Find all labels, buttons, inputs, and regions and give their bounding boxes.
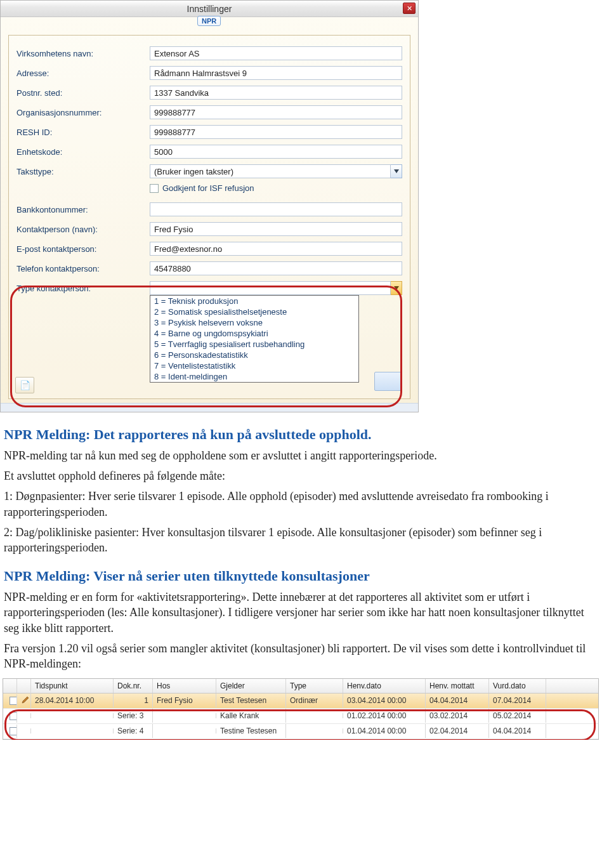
cell-type bbox=[286, 728, 343, 733]
input-orgnr[interactable] bbox=[150, 105, 402, 119]
close-button[interactable]: ✕ bbox=[403, 3, 416, 14]
heading-2: NPR Melding: Viser nå serier uten tilkny… bbox=[4, 567, 598, 586]
cell-tidspunkt bbox=[31, 713, 114, 718]
table-row[interactable]: 28.04.2014 10:00 1 Fred Fysio Test Teste… bbox=[3, 694, 598, 709]
row-checkbox[interactable] bbox=[10, 727, 17, 735]
cell-doknr: 1 bbox=[114, 694, 153, 707]
cell-gjelder: Testine Testesen bbox=[216, 724, 286, 738]
cell-henvdato: 01.02.2014 00:00 bbox=[343, 709, 426, 723]
document-text: NPR Melding: Det rapporteres nå kun på a… bbox=[0, 425, 603, 672]
th-henvdato[interactable]: Henv.dato bbox=[343, 679, 426, 693]
th-icon bbox=[17, 679, 31, 693]
cell-hos bbox=[153, 728, 216, 733]
dialog-title: Innstillinger bbox=[187, 4, 232, 14]
label-kontakttype: Type kontaktperson: bbox=[16, 284, 150, 293]
label-postnr: Postnr. sted: bbox=[16, 88, 150, 98]
combo-taksttype[interactable] bbox=[150, 164, 391, 178]
cell-hos bbox=[153, 713, 216, 718]
para-5: NPR-melding er en form for «aktivitetsra… bbox=[4, 589, 598, 636]
label-enhetskode: Enhetskode: bbox=[16, 147, 150, 157]
label-isf: Godkjent for ISF refusjon bbox=[162, 183, 254, 193]
combo-taksttype-button[interactable] bbox=[391, 164, 402, 178]
edit-icon[interactable] bbox=[21, 695, 30, 704]
th-henvmottatt[interactable]: Henv. mottatt bbox=[426, 679, 489, 693]
cell-henvmottatt: 02.04.2014 bbox=[426, 724, 489, 738]
heading-1: NPR Melding: Det rapporteres nå kun på a… bbox=[4, 425, 598, 444]
input-kontakttlf[interactable] bbox=[150, 261, 402, 275]
combo-kontakttype-button[interactable] bbox=[391, 281, 402, 295]
combo-kontakttype-list[interactable]: 1 = Teknisk produksjon 2 = Somatisk spes… bbox=[150, 295, 359, 383]
label-kontaktepost: E-post kontaktperson: bbox=[16, 244, 150, 254]
para-2: Et avsluttet opphold defineres på følgen… bbox=[4, 468, 598, 483]
cell-tidspunkt bbox=[31, 728, 114, 733]
chevron-down-icon bbox=[394, 169, 399, 173]
cell-vurddato: 07.04.2014 bbox=[489, 694, 546, 707]
cell-henvdato: 01.04.2014 00:00 bbox=[343, 724, 426, 738]
th-type[interactable]: Type bbox=[286, 679, 343, 693]
cell-hos: Fred Fysio bbox=[153, 694, 216, 707]
option-7[interactable]: 7 = Ventelistestatistikk bbox=[150, 360, 358, 371]
settings-dialog: Innstillinger ✕ NPR Virksomhetens navn: … bbox=[0, 0, 419, 412]
table-row[interactable]: Serie: 3 Kalle Krank 01.02.2014 00:00 03… bbox=[3, 709, 598, 724]
dialog-body: NPR Virksomhetens navn: Adresse: Postnr.… bbox=[1, 17, 418, 412]
cell-type: Ordinær bbox=[286, 694, 343, 707]
label-kontaktnavn: Kontaktperson (navn): bbox=[16, 225, 150, 234]
th-tidspunkt[interactable]: Tidspunkt bbox=[31, 679, 114, 693]
tab-npr[interactable]: NPR bbox=[197, 16, 221, 26]
input-bankkonto[interactable] bbox=[150, 202, 402, 216]
status-strip bbox=[1, 403, 418, 412]
toolbar-button[interactable]: 📄 bbox=[15, 377, 34, 393]
label-virksomhet: Virksomhetens navn: bbox=[16, 49, 150, 58]
option-4[interactable]: 4 = Barne og ungdomspsykiatri bbox=[150, 328, 358, 339]
cell-henvmottatt: 04.04.2014 bbox=[426, 694, 489, 707]
option-3[interactable]: 3 = Psykisk helsevern voksne bbox=[150, 317, 358, 328]
para-6: Fra versjon 1.20 vil også serier som man… bbox=[4, 641, 598, 672]
th-vurddato[interactable]: Vurd.dato bbox=[489, 679, 546, 693]
th-gjelder[interactable]: Gjelder bbox=[216, 679, 286, 693]
label-kontakttlf: Telefon kontaktperson: bbox=[16, 264, 150, 273]
option-6[interactable]: 6 = Personskadestatistikk bbox=[150, 350, 358, 360]
dialog-titlebar: Innstillinger ✕ bbox=[1, 1, 418, 17]
option-1[interactable]: 1 = Teknisk produksjon bbox=[150, 296, 358, 306]
cell-gjelder: Kalle Krank bbox=[216, 709, 286, 723]
cell-henvdato: 03.04.2014 00:00 bbox=[343, 694, 426, 707]
input-resh[interactable] bbox=[150, 125, 402, 139]
npr-table: Tidspunkt Dok.nr. Hos Gjelder Type Henv.… bbox=[3, 678, 599, 740]
cell-type bbox=[286, 713, 343, 718]
checkbox-isf[interactable] bbox=[150, 184, 159, 193]
cell-gjelder: Test Testesen bbox=[216, 694, 286, 707]
input-adresse[interactable] bbox=[150, 66, 402, 80]
label-orgnr: Organisasjonsnummer: bbox=[16, 108, 150, 117]
para-1: NPR-melding tar nå kun med seg de opphol… bbox=[4, 448, 598, 463]
option-5[interactable]: 5 = Tverrfaglig spesialisert rusbehandli… bbox=[150, 339, 358, 350]
cell-vurddato: 05.02.2014 bbox=[489, 709, 546, 723]
right-panel-button[interactable] bbox=[374, 372, 402, 391]
cell-vurddato: 04.04.2014 bbox=[489, 724, 546, 738]
label-adresse: Adresse: bbox=[16, 69, 150, 78]
close-icon: ✕ bbox=[407, 4, 412, 12]
document-icon: 📄 bbox=[20, 380, 30, 390]
th-doknr[interactable]: Dok.nr. bbox=[114, 679, 153, 693]
input-kontaktnavn[interactable] bbox=[150, 222, 402, 236]
label-taksttype: Taksttype: bbox=[16, 167, 150, 176]
combo-kontakttype[interactable] bbox=[150, 281, 391, 295]
input-postnr[interactable] bbox=[150, 86, 402, 100]
row-checkbox[interactable] bbox=[10, 697, 17, 705]
th-checkbox bbox=[3, 679, 17, 693]
cell-henvmottatt: 03.02.2014 bbox=[426, 709, 489, 723]
table-row[interactable]: Serie: 4 Testine Testesen 01.04.2014 00:… bbox=[3, 724, 598, 739]
para-3: 1: Døgnpasienter: Hver serie tilsvarer 1… bbox=[4, 489, 598, 520]
input-enhetskode[interactable] bbox=[150, 145, 402, 159]
row-checkbox[interactable] bbox=[10, 712, 17, 720]
cell-doknr: Serie: 4 bbox=[114, 724, 153, 738]
label-resh: RESH ID: bbox=[16, 128, 150, 137]
input-kontaktepost[interactable] bbox=[150, 242, 402, 256]
option-8[interactable]: 8 = Ident-meldingen bbox=[150, 371, 358, 382]
th-hos[interactable]: Hos bbox=[153, 679, 216, 693]
input-virksomhet[interactable] bbox=[150, 46, 402, 60]
option-2[interactable]: 2 = Somatisk spesialisthelsetjeneste bbox=[150, 306, 358, 317]
cell-doknr: Serie: 3 bbox=[114, 709, 153, 723]
para-4: 2: Dag/polikliniske pasienter: Hver kons… bbox=[4, 525, 598, 556]
form-panel: Virksomhetens navn: Adresse: Postnr. ste… bbox=[8, 35, 410, 399]
table-header: Tidspunkt Dok.nr. Hos Gjelder Type Henv.… bbox=[3, 679, 598, 694]
